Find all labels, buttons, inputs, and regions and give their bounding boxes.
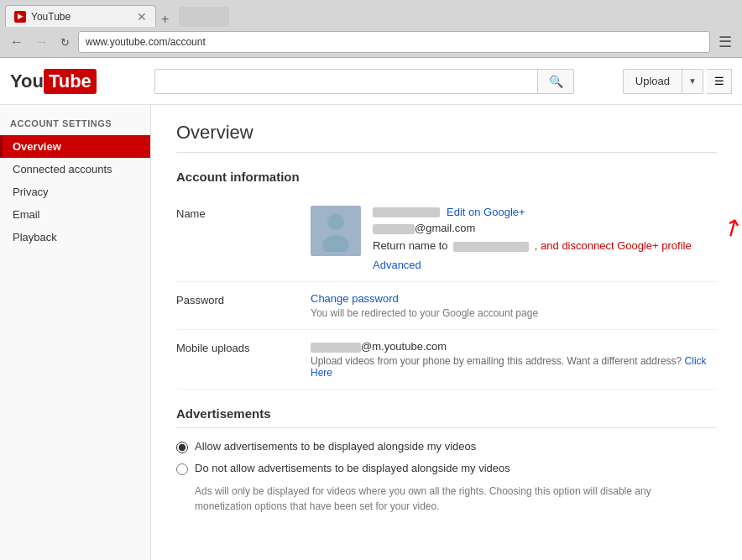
password-value: Change password You will be redirected t… [311, 292, 717, 319]
sidebar-item-connected-accounts[interactable]: Connected accounts [0, 158, 150, 181]
ads-allow-radio[interactable] [176, 442, 188, 453]
advanced-link[interactable]: Advanced [373, 259, 692, 271]
original-name-blurred [453, 242, 529, 252]
mobile-uploads-row: Mobile uploads @m.youtube.com Upload vid… [176, 330, 717, 390]
ads-allow-label: Allow advertisements to be displayed alo… [195, 440, 476, 453]
header-right: Upload ▼ ☰ [623, 69, 732, 94]
logo-you: You [10, 71, 44, 92]
tab-bar: ▶ YouTube ✕ + [0, 0, 742, 27]
mobile-uploads-value: @m.youtube.com Upload videos from your p… [311, 340, 717, 379]
mobile-uploads-label: Mobile uploads [176, 340, 311, 354]
main-content: Overview Account information Name [151, 105, 742, 560]
browser-tab[interactable]: ▶ YouTube ✕ [5, 5, 156, 27]
page-title: Overview [176, 122, 717, 153]
edit-google-plus-link[interactable]: Edit on Google+ [447, 206, 525, 218]
search-area: 🔍 [154, 69, 574, 94]
avatar-silhouette-svg [319, 210, 353, 252]
svg-point-1 [322, 235, 349, 252]
redirect-note: You will be redirected to your Google ac… [311, 307, 717, 319]
sidebar-section-title: ACCOUNT SETTINGS [0, 115, 150, 135]
name-line-1: Edit on Google+ [373, 206, 692, 218]
new-tab-button[interactable]: + [156, 12, 174, 27]
mobile-note-prefix: Upload videos from your phone by emailin… [311, 355, 682, 367]
ads-option1-row: Allow advertisements to be displayed alo… [176, 440, 717, 453]
tab-close-button[interactable]: ✕ [137, 10, 147, 24]
return-prefix: Return name to [373, 239, 448, 252]
change-password-link[interactable]: Change password [311, 292, 399, 305]
tab-title: YouTube [31, 11, 132, 23]
red-arrow-indicator: ↗ [717, 211, 742, 244]
refresh-button[interactable]: ↻ [57, 34, 73, 50]
ads-disallow-label: Do not allow advertisements to be displa… [195, 462, 510, 474]
forward-button[interactable]: → [32, 33, 52, 51]
ads-option2-row: Do not allow advertisements to be displa… [176, 462, 717, 475]
name-row: Name [176, 196, 717, 282]
mobile-email-blurred [311, 343, 361, 353]
header-menu-button[interactable]: ☰ [707, 69, 732, 94]
sidebar-item-privacy[interactable]: Privacy [0, 181, 150, 203]
mobile-email: @m.youtube.com [311, 340, 717, 353]
sidebar-item-email[interactable]: Email [0, 203, 150, 226]
return-line: Return name to , and disconnect Google+ … [373, 239, 692, 252]
upload-dropdown-button[interactable]: ▼ [682, 69, 703, 94]
password-row: Password Change password You will be red… [176, 282, 717, 330]
gmail-blurred [373, 224, 415, 234]
account-info-section: Account information Name [176, 170, 717, 390]
sidebar: ACCOUNT SETTINGS Overview Connected acco… [0, 105, 151, 560]
password-label: Password [176, 292, 311, 306]
browser-menu-button[interactable]: ☰ [715, 31, 735, 53]
browser-chrome: ▶ YouTube ✕ + ← → ↻ ☰ [0, 0, 742, 58]
favicon: ▶ [14, 11, 26, 23]
avatar [311, 206, 361, 256]
search-button[interactable]: 🔍 [537, 69, 574, 94]
logo-tube: Tube [44, 69, 97, 94]
sidebar-item-overview[interactable]: Overview [0, 135, 150, 158]
body-wrapper: ACCOUNT SETTINGS Overview Connected acco… [0, 105, 742, 560]
avatar-area: Edit on Google+ @gmail.com Return name t… [311, 206, 717, 271]
name-value: Edit on Google+ @gmail.com Return name t… [311, 206, 717, 271]
account-info-title: Account information [176, 170, 717, 184]
ads-disallow-radio[interactable] [176, 463, 188, 475]
disconnect-google-plus-link[interactable]: , and disconnect Google+ profile [535, 239, 692, 252]
advertisements-title: Advertisements [176, 406, 717, 428]
yt-header: YouTube 🔍 Upload ▼ ☰ [0, 58, 742, 105]
yt-logo: YouTube [10, 69, 144, 94]
address-input[interactable] [78, 31, 710, 53]
mobile-note: Upload videos from your phone by emailin… [311, 355, 717, 379]
page-wrapper: YouTube 🔍 Upload ▼ ☰ ACCOUNT SETTINGS Ov… [0, 58, 742, 560]
address-bar-row: ← → ↻ ☰ [0, 27, 742, 57]
gmail-line: @gmail.com [373, 222, 692, 234]
upload-button[interactable]: Upload [623, 69, 682, 94]
name-details: Edit on Google+ @gmail.com Return name t… [373, 206, 692, 271]
search-icon: 🔍 [549, 75, 563, 88]
hamburger-icon: ☰ [714, 75, 724, 87]
search-input[interactable] [154, 69, 537, 94]
back-button[interactable]: ← [7, 33, 27, 51]
sidebar-item-playback[interactable]: Playback [0, 226, 150, 249]
ads-disclaimer: Ads will only be displayed for videos wh… [195, 484, 665, 514]
advertisements-section: Advertisements Allow advertisements to b… [176, 406, 717, 514]
name-label: Name [176, 206, 311, 220]
window-controls [179, 7, 229, 27]
name-blurred [373, 207, 440, 217]
svg-point-0 [327, 213, 344, 230]
gmail-suffix: @gmail.com [415, 222, 475, 234]
